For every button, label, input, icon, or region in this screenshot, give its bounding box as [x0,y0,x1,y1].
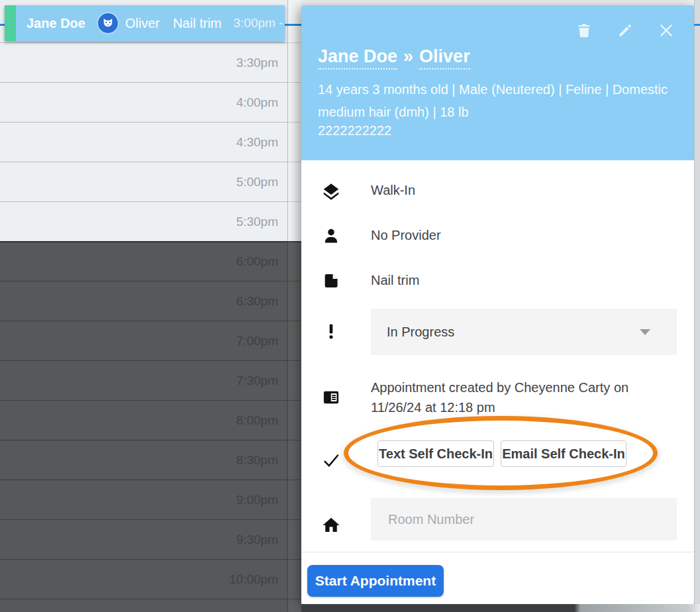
time-label: 4:30pm [236,135,278,150]
time-slot-after-hours[interactable]: 9:00pm [0,480,301,519]
patient-name-link[interactable]: Oliver [419,46,470,70]
appointment-bar[interactable]: Jane Doe Oliver Nail trim 3:00pm - 3:30p… [5,5,285,41]
column-gutter [287,0,301,241]
patient-phone: 2222222222 [318,123,391,138]
note-icon [320,272,342,290]
appointment-client-name: Jane Doe [26,16,85,31]
appointment-service: Nail trim [173,16,221,31]
appointment-status-accent [5,5,16,41]
time-label: 10:00pm [229,572,278,587]
appointment-time-range: 3:00pm - 3:30pm [234,16,285,30]
layers-icon [320,181,342,201]
room-number-input[interactable] [371,498,677,540]
time-label: 8:00pm [236,413,278,428]
time-slot-after-hours[interactable]: 6:30pm [0,281,301,321]
time-slot-after-hours[interactable]: 6:00pm [0,241,301,281]
time-slot-after-hours[interactable]: 9:30pm [0,519,301,559]
time-slot[interactable]: 5:30pm [0,201,301,241]
status-value: In Progress [387,325,454,340]
client-name-link[interactable]: Jane Doe [318,46,397,70]
patient-details: 14 years 3 months old | Male (Neutered) … [318,78,681,123]
text-self-checkin-button[interactable]: Text Self Check-In [377,440,494,467]
created-note-icon [320,388,342,407]
status-dropdown[interactable]: In Progress [371,309,677,355]
time-slot-after-hours[interactable]: 7:30pm [0,360,301,400]
close-icon[interactable] [657,21,675,40]
home-icon [320,515,342,535]
time-slot-after-hours[interactable]: 10:00pm [0,559,301,599]
time-slot[interactable]: 3:30pm [0,42,301,82]
vertical-scrollbar[interactable] [694,0,700,604]
time-label: 7:30pm [236,374,278,388]
time-slot-after-hours[interactable]: 8:00pm [0,400,301,440]
appointment-detail-panel: Jane Doe»Oliver 14 years 3 months old | … [301,5,694,604]
column-gutter [287,241,301,612]
time-label: 4:00pm [236,95,278,110]
time-label: 3:30pm [236,56,278,70]
pencil-icon[interactable] [616,21,634,40]
time-label: 9:30pm [236,533,278,547]
time-label: 7:00pm [236,334,278,348]
created-note: Appointment created by Cheyenne Carty on… [371,378,662,417]
service-label: Nail trim [371,273,419,288]
appointment-bar-content: Jane Doe Oliver Nail trim 3:00pm - 3:30p… [26,13,285,33]
panel-header: Jane Doe»Oliver 14 years 3 months old | … [301,5,694,160]
email-self-checkin-button[interactable]: Email Self Check-In [501,440,626,467]
horizontal-scrollbar[interactable] [301,604,700,612]
current-time-indicator [694,24,700,26]
title-separator: » [403,46,413,66]
start-appointment-button[interactable]: Start Appointment [307,565,444,597]
exclamation-icon [320,322,342,340]
panel-divider [301,552,694,552]
appointment-patient-name: Oliver [125,16,160,31]
time-label: 5:30pm [236,215,278,229]
time-label: 9:00pm [236,493,278,507]
time-label: 6:30pm [236,294,278,309]
time-slot-after-hours[interactable]: 7:00pm [0,321,301,360]
chevron-down-icon [640,329,650,335]
time-slot[interactable]: 4:00pm [0,82,301,122]
time-slot[interactable]: 5:00pm [0,162,301,201]
person-icon [320,227,342,245]
time-slot-after-hours [0,599,301,612]
appointment-type-label: Walk-In [371,183,415,198]
check-icon [320,450,342,470]
panel-title: Jane Doe»Oliver [318,46,470,67]
time-label: 8:30pm [236,453,278,468]
provider-label: No Provider [371,228,441,243]
time-slot-after-hours[interactable]: 8:30pm [0,440,301,480]
time-label: 5:00pm [236,175,278,189]
trash-icon[interactable] [575,21,593,40]
time-label: 6:00pm [236,254,278,269]
cat-avatar-icon [98,13,118,33]
time-slot[interactable]: 4:30pm [0,122,301,162]
